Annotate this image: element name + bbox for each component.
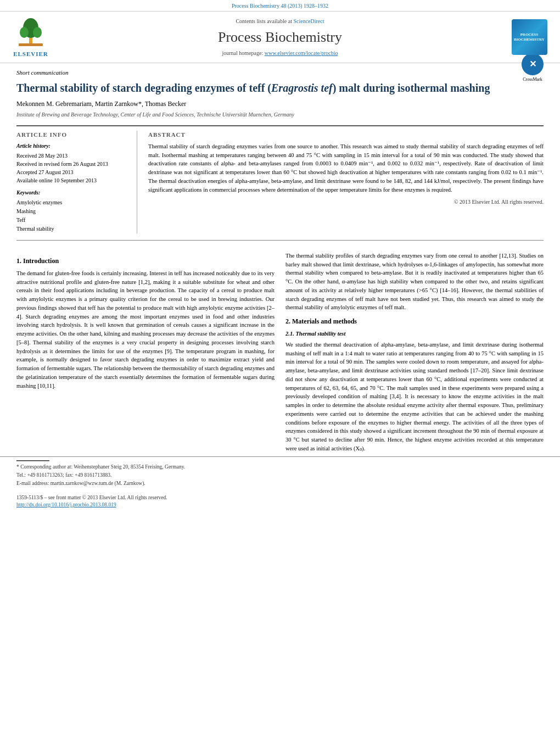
elsevier-tree-icon xyxy=(14,16,47,49)
history-online: Available online 10 September 2013 xyxy=(16,176,128,185)
crossmark-badge[interactable]: ✕ xyxy=(522,53,544,75)
svg-point-3 xyxy=(33,27,42,38)
sciencedirect-link[interactable]: ScienceDirect xyxy=(293,18,324,24)
article-history: Article history: Received 28 May 2013 Re… xyxy=(16,142,128,185)
journal-logo-image: PROCESS BIOCHEMISTRY xyxy=(512,19,547,55)
doi-link[interactable]: http://dx.doi.org/10.1016/j.procbio.2013… xyxy=(16,502,116,507)
keywords-label: Keywords: xyxy=(16,189,128,197)
elsevier-label: ELSEVIER xyxy=(13,50,48,58)
journal-title-main: Process Biochemistry xyxy=(58,27,502,47)
footnote-2: Tel.: +49 8161713263; fax: +49 816171388… xyxy=(16,472,544,479)
history-label: Article history: xyxy=(16,142,128,150)
keyword-4: Thermal stability xyxy=(16,225,128,233)
abstract-text: Thermal stability of starch degrading en… xyxy=(148,142,544,194)
section-divider xyxy=(16,240,544,241)
body-two-col: 1. Introduction The demand for gluten-fr… xyxy=(0,252,560,456)
article-type: Short communication xyxy=(16,69,544,77)
abstract-col: ABSTRACT Thermal stability of starch deg… xyxy=(148,131,544,233)
journal-reference: Process Biochemistry 48 (2013) 1928–1932 xyxy=(232,3,328,9)
methods-paragraph-1: We studied the thermal deactivation of a… xyxy=(285,341,544,453)
article-info-abstract-section: ARTICLE INFO Article history: Received 2… xyxy=(16,125,544,233)
journal-header: ELSEVIER Contents lists available at Sci… xyxy=(0,12,560,63)
intro-paragraph-2-right: The thermal stability profiles of starch… xyxy=(285,252,544,312)
article-content: Short communication ✕ CrossMark Thermal … xyxy=(0,63,560,252)
svg-rect-4 xyxy=(19,43,43,46)
homepage-link[interactable]: www.elsevier.com/locate/procbio xyxy=(265,50,338,56)
history-received: Received 28 May 2013 xyxy=(16,152,128,160)
footnote-section: * Corresponding author at: Weihenstephan… xyxy=(0,456,560,492)
keyword-1: Amylolytic enzymes xyxy=(16,198,128,207)
keyword-3: Teff xyxy=(16,216,128,225)
footer-copyright: 1359-5113/$ – see front matter © 2013 El… xyxy=(16,494,544,501)
article-info-heading: ARTICLE INFO xyxy=(16,131,128,139)
crossmark-label: CrossMark xyxy=(522,76,544,82)
footnote-3: E-mail address: martin.zarnkow@wzw.tum.d… xyxy=(16,480,544,487)
article-title: Thermal stability of starch degrading en… xyxy=(16,81,544,95)
history-revised: Received in revised form 26 August 2013 xyxy=(16,160,128,168)
footnote-1: * Corresponding author at: Weihenstephan… xyxy=(16,464,544,471)
copyright-line: © 2013 Elsevier Ltd. All rights reserved… xyxy=(148,198,544,206)
keywords-section: Keywords: Amylolytic enzymes Mashing Tef… xyxy=(16,189,128,233)
svg-point-2 xyxy=(20,27,29,38)
journal-center: Contents lists available at ScienceDirec… xyxy=(58,18,502,57)
body-right-col: The thermal stability profiles of starch… xyxy=(285,252,544,456)
body-left-col: 1. Introduction The demand for gluten-fr… xyxy=(16,252,275,456)
history-accepted: Accepted 27 August 2013 xyxy=(16,168,128,176)
intro-heading: 1. Introduction xyxy=(16,256,275,266)
journal-homepage: journal homepage: www.elsevier.com/locat… xyxy=(58,49,502,57)
journal-logo-box: PROCESS BIOCHEMISTRY xyxy=(507,19,551,55)
methods-heading: 2. Materials and methods xyxy=(285,316,544,326)
footer-doi[interactable]: http://dx.doi.org/10.1016/j.procbio.2013… xyxy=(16,501,544,509)
elsevier-logo: ELSEVIER xyxy=(9,16,53,58)
footnote-divider xyxy=(16,460,49,461)
intro-paragraph-1: The demand for gluten-free foods is cert… xyxy=(16,269,275,390)
contents-line: Contents lists available at ScienceDirec… xyxy=(58,18,502,25)
abstract-heading: ABSTRACT xyxy=(148,131,544,139)
authors: Mekonnen M. Gebremariam, Martin Zarnkow*… xyxy=(16,99,544,109)
affiliation: Institute of Brewing and Beverage Techno… xyxy=(16,111,544,119)
crossmark-container[interactable]: ✕ CrossMark xyxy=(522,53,544,82)
article-info-col: ARTICLE INFO Article history: Received 2… xyxy=(16,131,137,233)
keyword-2: Mashing xyxy=(16,207,128,216)
methods-sub1: 2.1. Thermal stability test xyxy=(285,330,544,338)
footer-links: 1359-5113/$ – see front matter © 2013 El… xyxy=(0,492,560,511)
top-bar: Process Biochemistry 48 (2013) 1928–1932 xyxy=(0,0,560,12)
